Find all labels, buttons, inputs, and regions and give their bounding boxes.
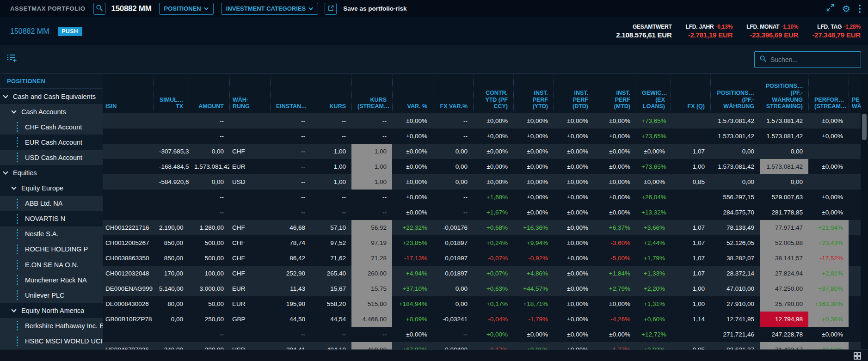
table-row[interactable]: CH0038863350850,00500,00CHF86,4271,6271,… (103, 251, 861, 266)
table-search-input[interactable] (770, 56, 856, 63)
chevron-down-icon[interactable] (3, 169, 8, 174)
column-header-amount[interactable]: AMOUNT (189, 74, 229, 113)
cell-var-pct: +37,10% (392, 281, 433, 296)
drag-handle-icon[interactable] (17, 202, 18, 203)
drag-handle-icon[interactable] (17, 125, 18, 126)
table-row[interactable]: --------±0,00%--+1,68%±0,00%±0,00%±0,00%… (103, 190, 861, 205)
kebab-menu-icon[interactable] (858, 4, 862, 14)
sidebar-item-e-on-se-na-o-n[interactable]: E.ON SE NA O.N. (0, 257, 103, 272)
column-header-einstand[interactable]: EINSTAN… (270, 74, 311, 113)
table-row[interactable]: --------±0,00%--±0,00%±0,00%±0,00%±0,00%… (103, 128, 861, 144)
table-row[interactable]: -307.685,300,00CHF--1,001,00±0,00%0,00±0… (103, 144, 861, 159)
expand-icon[interactable] (826, 3, 835, 14)
cell-performance-streaming: +21,94% (808, 220, 849, 235)
column-header-kurs[interactable]: KURS (311, 74, 351, 113)
table-row[interactable]: GB00B10RZP780,00250,00GBP44,5044,544.466… (103, 312, 861, 327)
table-row[interactable]: --------±0,00%--+0,00%±0,00%±0,00%±0,00%… (103, 327, 861, 342)
cell-einstand: -- (270, 205, 311, 220)
sidebar-item-usd-cash-account[interactable]: USD Cash Account (0, 150, 103, 165)
vertical-scrollbar[interactable] (861, 74, 868, 349)
column-header-gewicht[interactable]: GEWIC…(EXLOANS) (636, 74, 671, 113)
column-header-pe[interactable]: PEWÄ (849, 74, 861, 113)
drag-handle-icon[interactable] (17, 339, 18, 341)
cell-gewicht: +73,65% (636, 159, 671, 174)
cell-positions: 12.741,95 (710, 312, 760, 327)
column-header-waehrung[interactable]: WÄH-RUNG (229, 74, 270, 113)
drag-handle-icon[interactable] (17, 278, 18, 279)
cell-gewicht: +1,33% (636, 266, 671, 281)
drag-handle-icon[interactable] (17, 232, 18, 233)
sidebar-item-equity-europe[interactable]: Equity Europe (0, 181, 103, 196)
column-header-isin[interactable]: ISIN (103, 74, 154, 113)
column-header-kurs-stream[interactable]: KURS(STREAM… (351, 74, 392, 113)
column-header-var-pct[interactable]: VAR. % (392, 74, 433, 113)
cell-waehrung: EUR (229, 159, 270, 174)
table-row[interactable]: DE000ENAG9995.140,003.000,00EUR11,4315,6… (103, 281, 861, 296)
cell-gewicht: +12,72% (636, 327, 671, 342)
sidebar-item-abb-ltd-na[interactable]: ABB Ltd. NA (0, 196, 103, 211)
sidebar-item-label: Nestle S.A. (25, 230, 59, 238)
chevron-down-icon[interactable] (11, 184, 16, 190)
column-header-contr-ytd[interactable]: CONTR.YTD (PFCCY) (473, 74, 513, 113)
gear-icon[interactable]: ⚙ (842, 4, 850, 13)
search-button[interactable] (93, 3, 105, 15)
table-row[interactable]: --------±0,00%--+1,67%±0,00%±0,00%±0,00%… (103, 205, 861, 220)
drag-handle-icon[interactable] (17, 155, 18, 157)
drag-handle-icon[interactable] (17, 140, 18, 141)
positionen-dropdown[interactable]: POSITIONEN (159, 3, 214, 15)
column-header-positions[interactable]: POSITIONS…(PF.-WÄHRUNG (710, 74, 760, 113)
drag-handle-icon[interactable] (17, 324, 18, 325)
chevron-down-icon[interactable] (3, 93, 8, 98)
sidebar-item-novartis-n[interactable]: NOVARTIS N (0, 211, 103, 226)
sidebar-item-equity-north-america[interactable]: Equity North America (0, 303, 103, 318)
cell-fx-q (671, 205, 710, 220)
column-header-fx-q[interactable]: FX (Q) (671, 74, 710, 113)
sidebar-item-cash-and-cash-equivalents[interactable]: Cash and Cash Equivalents (0, 89, 103, 104)
cell-gewicht: +3,66% (636, 220, 671, 235)
drag-handle-icon[interactable] (17, 217, 18, 218)
table-row[interactable]: DE000843002680,0050,00EUR195,90558,20515… (103, 296, 861, 312)
chevron-down-icon[interactable] (11, 307, 16, 312)
add-to-list-button[interactable] (6, 53, 17, 64)
sidebar-item-m-nchener-r-ck-na[interactable]: Münchener Rück NA (0, 272, 103, 288)
save-as-portfolio-risk-action[interactable]: Save as portfolio-risk (343, 5, 406, 12)
cell-positions: 28.372,14 (710, 266, 760, 281)
sidebar-item-roche-holding-p[interactable]: ROCHE HOLDING P (0, 242, 103, 257)
sidebar-item-berkshire-hathaway-inc-b[interactable]: Berkshire Hathaway Inc. B (0, 318, 103, 333)
column-header-inst-perf-ytd[interactable]: INST.PERF (YTD) (513, 74, 554, 113)
column-header-fx-var-pct[interactable]: FX VAR.% (433, 74, 473, 113)
cell-positions: 556.297,15 (710, 190, 760, 205)
table-row[interactable]: CH0012005267850,00500,00CHF78,7497,5297,… (103, 235, 861, 251)
cell-gewicht: +0,60% (636, 312, 671, 327)
sidebar-item-unilever-plc[interactable]: Unilever PLC (0, 288, 103, 303)
chevron-down-icon[interactable] (11, 108, 16, 113)
stat-percent: -1,28% (843, 24, 861, 30)
table-row[interactable]: CH0012032048170,00100,00CHF252,90265,402… (103, 266, 861, 281)
sidebar-item-hsbc-msci-world-uci[interactable]: HSBC MSCI WORLD UCI… (0, 334, 103, 349)
drag-handle-icon[interactable] (17, 247, 18, 249)
table-row[interactable]: -584.920,640,00USD--1,001,00±0,00%0,00±0… (103, 174, 861, 190)
drag-handle-icon[interactable] (17, 293, 18, 294)
cell-isin (103, 159, 154, 174)
sidebar-item-nestle-s-a[interactable]: Nestle S.A. (0, 226, 103, 242)
sidebar-item-cash-accounts[interactable]: Cash Accounts (0, 104, 103, 119)
open-external-button[interactable] (325, 3, 337, 15)
table-row[interactable]: --------±0,00%--±0,00%±0,00%±0,00%±0,00%… (103, 113, 861, 128)
column-header-inst-perf-dtd[interactable]: INST.PERF(DTD) (554, 74, 594, 113)
grid-view-icon[interactable] (853, 352, 862, 361)
column-header-performance-streaming[interactable]: PERFOR…(STREAM… (808, 74, 849, 113)
scrollbar-thumb[interactable] (862, 114, 867, 140)
push-button[interactable]: PUSH (58, 27, 82, 36)
sidebar-item-eur-cash-account[interactable]: EUR Cash Account (0, 135, 103, 150)
drag-handle-icon[interactable] (17, 263, 18, 264)
cell-positions-streaming: 12.794,98 (760, 312, 808, 327)
column-header-inst-perf-mtd[interactable]: INST.PERF(MTD) (594, 74, 636, 113)
chevron-down-icon (308, 6, 313, 10)
sidebar-item-chf-cash-account[interactable]: CHF Cash Account (0, 119, 103, 135)
table-row[interactable]: CH00122217162.190,001.280,00CHF46,6857,1… (103, 220, 861, 235)
table-row[interactable]: -168.484,521.573.081,42EUR--1,001,00±0,0… (103, 159, 861, 174)
sidebar-item-equities[interactable]: Equities (0, 165, 103, 180)
column-header-positions-streaming[interactable]: POSITIONS…(PF.-WÄHRUNGSTREAMING) (760, 74, 808, 113)
investment-categories-dropdown[interactable]: INVESTMENT CATEGORIES (221, 3, 318, 15)
column-header-simul-tx[interactable]: SIMUL…TX (154, 74, 189, 113)
